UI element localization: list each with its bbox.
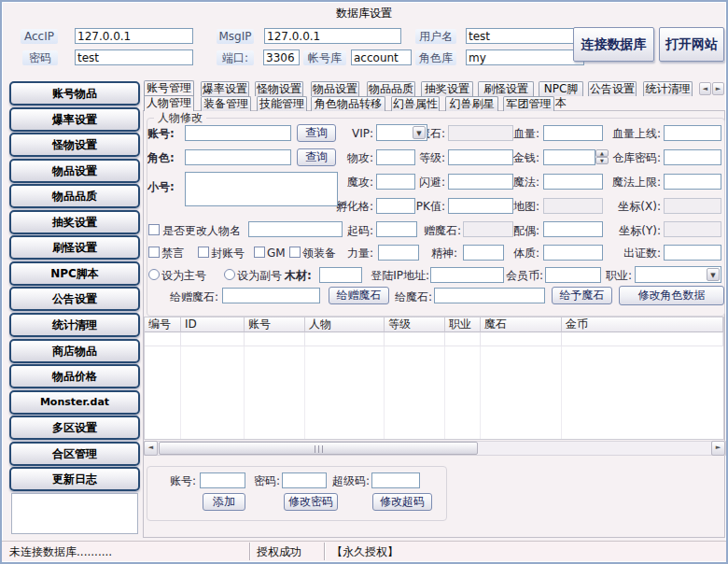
spin-down-icon[interactable]: ▼ — [595, 157, 609, 164]
password-input[interactable] — [75, 49, 193, 65]
col-header-person[interactable]: 人物 — [305, 317, 385, 332]
vip-select[interactable]: ▼ — [376, 124, 427, 141]
vip-dropdown-icon[interactable]: ▼ — [413, 126, 426, 139]
liliang-input[interactable] — [378, 245, 419, 261]
hscroll-right-icon[interactable]: ► — [711, 441, 725, 456]
bottom-super-input[interactable] — [371, 472, 420, 488]
sidebar-item-lottery[interactable]: 抽奖设置 — [9, 210, 140, 234]
jinqian-spinner[interactable]: ▲ ▼ — [595, 149, 609, 165]
col-header-id[interactable]: ID — [181, 317, 245, 332]
sidebar-item-drop-rate[interactable]: 爆率设置 — [9, 107, 140, 132]
tab-equip-mgmt[interactable]: 装备管理 — [201, 96, 251, 111]
msgip-input[interactable] — [264, 28, 401, 44]
zhuhao-radio[interactable] — [148, 269, 160, 280]
cangku-input[interactable] — [664, 149, 721, 165]
port-input[interactable] — [263, 49, 300, 65]
tab-drop-rate[interactable]: 爆率设置 — [201, 81, 249, 96]
change-password-button[interactable]: 修改密码 — [284, 493, 338, 511]
geizeng-button[interactable]: 给赠魔石 — [329, 287, 389, 304]
geizeng-input[interactable] — [222, 288, 320, 303]
open-site-button[interactable]: 打开网站 — [659, 27, 724, 62]
connect-db-button[interactable]: 连接数据库 — [573, 27, 654, 62]
lingzhuangbei-checkbox[interactable] — [289, 247, 301, 258]
fuhuage-input[interactable] — [376, 198, 415, 214]
account-field-input[interactable] — [185, 125, 291, 141]
shanbi-input[interactable] — [448, 174, 513, 190]
bottom-password-input[interactable] — [282, 472, 327, 488]
change-super-button[interactable]: 修改超码 — [372, 493, 432, 511]
gm-checkbox[interactable] — [254, 247, 265, 258]
sidebar-item-npc-script[interactable]: NPC脚本 — [9, 261, 140, 286]
col-header-level[interactable]: 等级 — [385, 317, 445, 332]
mofa-max-input[interactable] — [664, 174, 721, 190]
query-role-button[interactable]: 查询 — [297, 148, 336, 166]
role-db-input[interactable] — [466, 49, 584, 65]
sidebar-item-spawn[interactable]: 刷怪设置 — [9, 235, 140, 260]
sidebar-item-account-items[interactable]: 账号物品 — [9, 81, 140, 106]
sidebar-item-item-setting[interactable]: 物品设置 — [9, 159, 140, 183]
jinqian-input[interactable] — [543, 149, 595, 165]
tab-account-mgmt[interactable]: 账号管理 — [144, 80, 194, 96]
add-button[interactable]: 添加 — [203, 493, 245, 511]
jinyan-checkbox[interactable] — [148, 247, 160, 258]
mogong-input[interactable] — [376, 174, 415, 190]
dengji-input[interactable] — [448, 149, 513, 165]
rename-input[interactable] — [248, 221, 343, 237]
sidebar-item-shop-items[interactable]: 商店物品 — [9, 339, 140, 363]
spin-up-icon[interactable]: ▲ — [595, 149, 609, 157]
tab-spawn[interactable]: 刷怪设置 — [478, 81, 534, 96]
wugong-input[interactable] — [376, 149, 415, 165]
tizhi-input[interactable] — [543, 245, 603, 261]
hscrollbar-thumb[interactable] — [159, 442, 478, 455]
sidebar-item-monster[interactable]: 怪物设置 — [9, 133, 140, 157]
sidebar-item-update-log[interactable]: 更新日志 — [9, 467, 140, 491]
chuzhengshu-input[interactable] — [664, 245, 721, 261]
tab-npc-script[interactable]: NPC脚本 — [539, 81, 583, 96]
tab-monster[interactable]: 怪物设置 — [255, 81, 303, 96]
modify-role-button[interactable]: 修改角色数据 — [619, 286, 724, 305]
sidebar-item-announcement[interactable]: 公告设置 — [9, 287, 140, 311]
tab-lottery[interactable]: 抽奖设置 — [421, 81, 473, 96]
alt-textarea[interactable] — [185, 172, 338, 206]
xueliang-max-input[interactable] — [664, 125, 721, 141]
col-header-number[interactable]: 编号 — [145, 317, 181, 332]
sidebar-item-item-quality[interactable]: 物品品质 — [9, 184, 140, 208]
col-header-gold[interactable]: 金币 — [562, 317, 723, 332]
sidebar-item-stats-clean[interactable]: 统计清理 — [9, 313, 140, 337]
accip-input[interactable] — [75, 28, 193, 44]
bottom-account-input[interactable] — [200, 472, 245, 488]
zhiye-dropdown-icon[interactable]: ▼ — [707, 268, 720, 281]
col-header-moshi[interactable]: 魔石 — [481, 317, 562, 332]
tab-skill-mgmt[interactable]: 技能管理 — [257, 96, 307, 111]
tab-person-mgmt[interactable]: 人物管理 — [144, 95, 194, 111]
geiyu-button[interactable]: 给予魔石 — [552, 287, 612, 304]
sidebar-item-multi-zone[interactable]: 多区设置 — [9, 416, 140, 440]
mofa-input[interactable] — [543, 174, 603, 190]
loginip-input[interactable] — [430, 267, 504, 283]
geimoshi-input[interactable] — [434, 288, 545, 303]
pk-input[interactable] — [448, 198, 513, 214]
tab-stats-clean[interactable]: 统计清理 — [643, 81, 693, 96]
jingshen-input[interactable] — [463, 245, 504, 261]
mucai-input[interactable] — [319, 267, 362, 283]
username-input[interactable] — [466, 28, 584, 44]
peiou-input[interactable] — [543, 221, 603, 237]
rename-checkbox[interactable] — [148, 224, 160, 235]
hscroll-left-icon[interactable]: ◄ — [144, 441, 158, 456]
qima-input[interactable] — [376, 221, 417, 237]
tab-item-transfer[interactable]: 角色物品转移 — [311, 96, 385, 111]
tab-guild-mgmt[interactable]: 军团管理 — [503, 96, 554, 111]
zhiye-select[interactable]: ▼ — [635, 266, 721, 283]
sidebar-item-merge-zone[interactable]: 合区管理 — [9, 442, 140, 466]
tab-pet-star[interactable]: 幻兽刷星 — [445, 96, 498, 111]
sidebar-item-item-price[interactable]: 物品价格 — [9, 364, 140, 388]
tab-item-quality[interactable]: 物品品质 — [367, 81, 415, 96]
tab-scroll-right-icon[interactable]: ► — [712, 82, 724, 95]
fuhao-radio[interactable] — [224, 269, 235, 280]
query-account-button[interactable]: 查询 — [297, 124, 336, 142]
fenghao-checkbox[interactable] — [198, 247, 209, 258]
sidebar-item-monster-dat[interactable]: Monster.dat — [9, 390, 140, 415]
tab-scroll-left-icon[interactable]: ◄ — [699, 82, 711, 95]
role-field-input[interactable] — [185, 149, 291, 165]
col-header-class[interactable]: 职业 — [445, 317, 481, 332]
